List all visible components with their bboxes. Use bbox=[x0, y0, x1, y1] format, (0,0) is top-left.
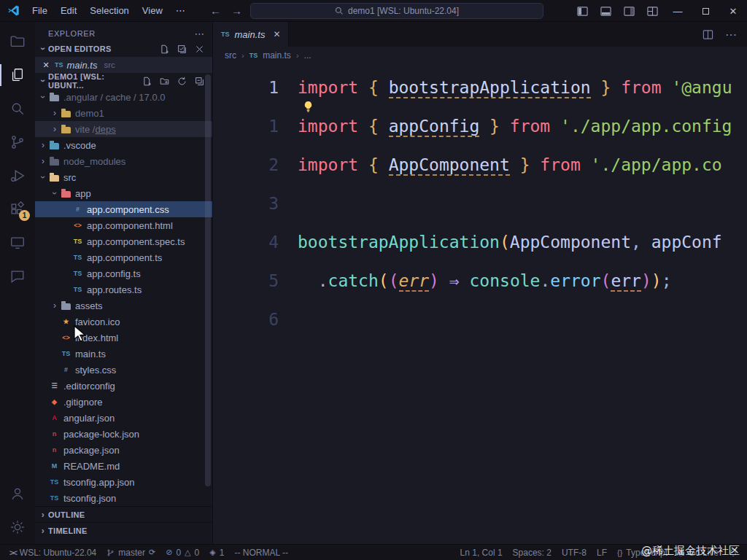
tree-item-app.component.html[interactable]: <>app.component.html bbox=[35, 217, 212, 233]
git-branch-indicator[interactable]: master ⟳ bbox=[101, 545, 160, 560]
activity-source-control-button[interactable] bbox=[0, 125, 35, 159]
tree-item-.angular-cache-17.0.0[interactable]: ›.angular / cache / 17.0.0 bbox=[35, 89, 212, 105]
code-line[interactable]: import { appConfig } from './app/app.con… bbox=[298, 107, 747, 146]
close-window-button[interactable]: ✕ bbox=[719, 0, 747, 22]
explorer-more-icon[interactable]: ⋯ bbox=[194, 28, 205, 39]
chevron-right-icon[interactable]: › bbox=[38, 156, 48, 166]
new-file-icon[interactable] bbox=[141, 75, 152, 87]
tree-item-index.html[interactable]: <>index.html bbox=[35, 330, 212, 346]
chevron-right-icon[interactable]: › bbox=[38, 140, 48, 150]
menu-file[interactable]: File bbox=[26, 0, 54, 22]
tree-item-tsconfig.json[interactable]: TStsconfig.json bbox=[35, 490, 212, 506]
code-line[interactable] bbox=[298, 184, 747, 223]
tree-item-package-lock.json[interactable]: npackage-lock.json bbox=[35, 426, 212, 442]
eol-sequence[interactable]: LF bbox=[592, 545, 612, 560]
new-untitled-file-icon[interactable] bbox=[158, 43, 170, 55]
tree-item-assets[interactable]: ›assets bbox=[35, 298, 212, 314]
close-all-editors-icon[interactable] bbox=[193, 43, 205, 55]
menu-view[interactable]: View bbox=[136, 0, 169, 22]
activity-extensions-button[interactable]: 1 bbox=[0, 192, 35, 226]
command-center-search[interactable]: demo1 [WSL: Ubuntu-22.04] bbox=[250, 3, 543, 19]
breadcrumb-src[interactable]: src bbox=[225, 50, 236, 61]
tree-item-app.component.spec.ts[interactable]: TSapp.component.spec.ts bbox=[35, 233, 212, 249]
activity-explorer-button[interactable] bbox=[0, 58, 35, 92]
toggle-primary-sidebar-icon[interactable] bbox=[570, 0, 594, 22]
save-all-icon[interactable] bbox=[176, 43, 187, 55]
tree-item-angular.json[interactable]: Aangular.json bbox=[35, 410, 212, 426]
tree-item-vite[interactable]: ›vite / deps bbox=[35, 121, 212, 137]
chevron-down-icon[interactable]: › bbox=[38, 172, 48, 182]
customize-layout-icon[interactable] bbox=[640, 0, 664, 22]
code-editor[interactable]: 1123456 import { bootstrapApplication } … bbox=[213, 64, 747, 544]
settings-button[interactable] bbox=[0, 510, 35, 544]
chevron-right-icon[interactable]: › bbox=[50, 124, 60, 134]
nav-forward-icon[interactable]: → bbox=[231, 4, 242, 17]
encoding[interactable]: UTF-8 bbox=[557, 545, 592, 560]
close-icon[interactable]: ✕ bbox=[41, 61, 51, 70]
tree-item-src[interactable]: ›src bbox=[35, 169, 212, 185]
vim-mode-indicator[interactable]: -- NORMAL -- bbox=[229, 545, 293, 560]
problems-indicator[interactable]: ⊘ 0 △ 0 bbox=[160, 545, 204, 560]
accounts-button[interactable] bbox=[0, 477, 35, 510]
code-line[interactable]: bootstrapApplication(AppComponent, appCo… bbox=[298, 223, 747, 262]
ports-indicator[interactable]: ◈ 1 bbox=[204, 545, 229, 560]
code-line[interactable]: import { bootstrapApplication } from '@a… bbox=[298, 69, 747, 107]
code-lines[interactable]: import { bootstrapApplication } from '@a… bbox=[298, 64, 747, 544]
activity-search-button[interactable] bbox=[0, 92, 35, 125]
code-line[interactable] bbox=[298, 300, 747, 339]
tree-item-.editorconfig[interactable]: ☰.editorconfig bbox=[35, 378, 212, 394]
remote-indicator[interactable]: >< WSL: Ubuntu-22.04 bbox=[4, 545, 101, 560]
activity-chat-button[interactable] bbox=[0, 260, 35, 293]
indentation[interactable]: Spaces: 2 bbox=[508, 545, 557, 560]
open-editors-header[interactable]: › OPEN EDITORS bbox=[35, 41, 212, 57]
code-line[interactable]: .catch((err) ⇒ console.error(err)); bbox=[298, 262, 747, 300]
maximize-button[interactable] bbox=[692, 0, 719, 22]
toggle-secondary-sidebar-icon[interactable] bbox=[617, 0, 640, 22]
tree-item-readme.md[interactable]: MREADME.md bbox=[35, 458, 212, 474]
refresh-icon[interactable] bbox=[176, 75, 187, 87]
tree-item-styles.css[interactable]: #styles.css bbox=[35, 362, 212, 378]
tree-item-app.component.css[interactable]: #app.component.css bbox=[35, 201, 212, 217]
toggle-panel-icon[interactable] bbox=[594, 0, 617, 22]
new-folder-icon[interactable] bbox=[158, 75, 170, 87]
breadcrumb-symbol[interactable]: ... bbox=[304, 50, 311, 61]
tree-item-node_modules[interactable]: ›node_modules bbox=[35, 153, 212, 169]
sync-icon[interactable]: ⟳ bbox=[149, 548, 155, 557]
menu-edit[interactable]: Edit bbox=[54, 0, 83, 22]
cursor-position[interactable]: Ln 1, Col 1 bbox=[455, 545, 508, 560]
code-line[interactable]: import { AppComponent } from './app/app.… bbox=[298, 146, 747, 184]
menu-selection[interactable]: Selection bbox=[83, 0, 135, 22]
workspace-header[interactable]: › DEMO1 [WSL: UBUNT... bbox=[35, 73, 212, 89]
tree-item-.gitignore[interactable]: ◆.gitignore bbox=[35, 394, 212, 410]
tree-item-app.routes.ts[interactable]: TSapp.routes.ts bbox=[35, 281, 212, 298]
sidebar-scrollbar[interactable] bbox=[205, 74, 211, 486]
outline-header[interactable]: › OUTLINE bbox=[35, 506, 212, 522]
breadcrumb-file[interactable]: main.ts bbox=[263, 50, 291, 61]
tree-item-app[interactable]: ›app bbox=[35, 185, 212, 201]
tree-item-app.config.ts[interactable]: TSapp.config.ts bbox=[35, 265, 212, 281]
tree-item-demo1[interactable]: ›demo1 bbox=[35, 105, 212, 121]
tree-item-.vscode[interactable]: ›.vscode bbox=[35, 137, 212, 153]
code-action-lightbulb[interactable] bbox=[302, 101, 314, 113]
tree-item-tsconfig.app.json[interactable]: TStsconfig.app.json bbox=[35, 474, 212, 490]
activity-project-folder-button[interactable] bbox=[0, 25, 35, 58]
timeline-header[interactable]: › TIMELINE bbox=[35, 522, 212, 538]
chevron-down-icon[interactable]: › bbox=[50, 188, 60, 198]
tree-item-main.ts[interactable]: TSmain.ts bbox=[35, 346, 212, 362]
chevron-right-icon[interactable]: › bbox=[50, 300, 60, 311]
tree-item-package.json[interactable]: npackage.json bbox=[35, 442, 212, 458]
tab-main-ts[interactable]: TS main.ts ✕ bbox=[213, 22, 289, 47]
tree-item-app.component.ts[interactable]: TSapp.component.ts bbox=[35, 249, 212, 265]
chevron-down-icon[interactable]: › bbox=[38, 92, 48, 102]
split-editor-icon[interactable] bbox=[703, 29, 713, 40]
open-editor-main-ts[interactable]: ✕ TS main.ts src bbox=[35, 57, 212, 73]
editor-more-icon[interactable]: ⋯ bbox=[725, 28, 737, 42]
tree-item-favicon.ico[interactable]: ★favicon.ico bbox=[35, 314, 212, 330]
collapse-all-icon[interactable] bbox=[193, 75, 205, 87]
activity-remote-explorer-button[interactable] bbox=[0, 226, 35, 260]
menu-more-icon[interactable]: ⋯ bbox=[169, 0, 192, 22]
nav-back-icon[interactable]: ← bbox=[210, 4, 221, 17]
chevron-right-icon[interactable]: › bbox=[50, 108, 60, 118]
close-tab-icon[interactable]: ✕ bbox=[273, 29, 280, 39]
activity-run-debug-button[interactable] bbox=[0, 159, 35, 192]
